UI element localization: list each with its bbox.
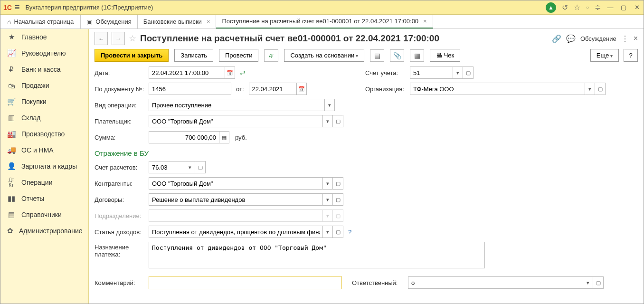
sidebar: ★Главное 📈Руководителю ₽Банк и касса 🛍Пр… [0, 29, 89, 304]
sidebar-item-label: Администрирование [19, 227, 83, 235]
nav-back-button[interactable]: ← [95, 32, 108, 45]
close-form-icon[interactable]: × [634, 34, 638, 43]
sidebar-item-admin[interactable]: ✿Администрирование [0, 223, 88, 239]
settings-icon[interactable]: ≑ [595, 3, 601, 12]
sidebar-item-purchases[interactable]: 🛒Покупки [0, 94, 88, 110]
sidebar-item-label: Склад [21, 114, 41, 122]
purpose-textarea[interactable]: Поступления от дивидендов от ООО "Торгов… [149, 242, 485, 268]
dropdown-icon[interactable]: ▾ [324, 99, 335, 111]
docnum-input[interactable] [149, 83, 231, 95]
history-icon[interactable]: ↺ [562, 3, 568, 12]
counterparty-label: Контрагенты: [95, 180, 146, 187]
dropdown-icon[interactable]: ▾ [453, 66, 463, 79]
sidebar-item-label: Зарплата и кадры [21, 162, 77, 170]
favorites-icon[interactable]: ☆ [574, 3, 580, 12]
sidebar-item-sales[interactable]: 🛍Продажи [0, 77, 88, 94]
open-icon[interactable]: ▢ [463, 66, 474, 79]
open-icon[interactable]: ▢ [333, 177, 343, 190]
open-icon[interactable]: ▢ [333, 115, 343, 127]
sum-input[interactable] [149, 131, 219, 143]
subdiv-input[interactable] [149, 209, 322, 222]
more-button[interactable]: Еще [590, 49, 619, 62]
extra-button[interactable]: ▦ [410, 49, 424, 62]
counterparty-input[interactable] [149, 177, 322, 190]
post-button[interactable]: Провести [219, 49, 259, 62]
org-input[interactable] [410, 83, 585, 95]
app-window: 1С ≡ Бухгалтерия предприятия (1С:Предпри… [0, 0, 644, 304]
sidebar-item-reports[interactable]: ▮▮Отчеты [0, 190, 88, 207]
close-button[interactable]: ✕ [633, 4, 641, 11]
sidebar-item-assets[interactable]: 🚚ОС и НМА [0, 142, 88, 158]
sidebar-item-label: Производство [21, 130, 65, 138]
tab-discussions[interactable]: ▣ Обсуждения [81, 15, 138, 28]
help-link-icon[interactable]: ? [348, 228, 351, 236]
open-icon[interactable]: ▢ [195, 161, 206, 173]
tab-bank-statements[interactable]: Банковские выписки × [138, 15, 217, 28]
sync-icon[interactable]: ⇄ [240, 69, 246, 76]
date-input[interactable] [149, 66, 225, 79]
settle-acct-input[interactable] [149, 161, 185, 173]
dropdown-icon[interactable]: ▾ [322, 193, 333, 206]
sidebar-item-manager[interactable]: 📈Руководителю [0, 45, 88, 61]
chart-up-icon: 📈 [7, 49, 16, 57]
sidebar-item-production[interactable]: 🏭Производство [0, 126, 88, 142]
doc-header: ← → ☆ Поступление на расчетный счет ве01… [95, 32, 638, 45]
hamburger-icon[interactable]: ≡ [15, 2, 20, 12]
sidebar-item-operations[interactable]: ДтКтОперации [0, 174, 88, 190]
open-icon[interactable]: ▢ [333, 226, 343, 238]
payer-input[interactable] [149, 115, 322, 127]
open-icon[interactable]: ▢ [595, 83, 606, 95]
tab-receipt-document[interactable]: Поступление на расчетный счет ве01-00000… [216, 15, 433, 28]
sidebar-item-warehouse[interactable]: ▥Склад [0, 110, 88, 126]
tab-home[interactable]: ⌂ Начальная страница [0, 15, 81, 28]
from-label: от: [236, 86, 244, 93]
factory-icon: 🏭 [7, 130, 16, 138]
kebab-icon[interactable]: ⋮ [621, 34, 629, 43]
tab-close-icon[interactable]: × [423, 18, 427, 25]
minimize-button[interactable]: — [606, 4, 614, 11]
calendar-icon[interactable]: 📅 [296, 83, 307, 95]
account-input[interactable] [410, 66, 453, 79]
nav-forward-button[interactable]: → [112, 32, 125, 45]
sidebar-item-payroll[interactable]: 👤Зарплата и кадры [0, 158, 88, 174]
tab-close-icon[interactable]: × [207, 18, 210, 25]
dtkt-button[interactable]: Дт [264, 49, 278, 62]
calculator-icon[interactable]: ▦ [219, 131, 229, 143]
open-icon[interactable]: ▢ [593, 276, 604, 289]
contract-input[interactable] [149, 193, 322, 206]
create-based-on-button[interactable]: Создать на основании [284, 49, 364, 62]
structure-button[interactable]: ▤ [370, 49, 384, 62]
attach-button[interactable]: 📎 [390, 49, 404, 62]
save-button[interactable]: Записать [174, 49, 213, 62]
sidebar-item-bank[interactable]: ₽Банк и касса [0, 61, 88, 77]
optype-input[interactable] [149, 99, 324, 111]
split-icon[interactable]: ○ [586, 5, 589, 10]
maximize-button[interactable]: ▢ [620, 4, 627, 11]
discussion-label[interactable]: Обсуждение [580, 35, 616, 42]
calendar-icon[interactable]: 📅 [225, 66, 235, 79]
docnum-date-input[interactable] [249, 83, 296, 95]
dropdown-icon[interactable]: ▾ [322, 115, 333, 127]
link-icon[interactable]: 🔗 [552, 34, 561, 43]
dropdown-icon[interactable]: ▾ [322, 209, 333, 222]
dropdown-icon[interactable]: ▾ [322, 226, 333, 238]
sidebar-item-catalogs[interactable]: ▤Справочники [0, 207, 88, 223]
open-icon[interactable]: ▢ [333, 209, 343, 222]
discussion-icon[interactable]: 💬 [566, 34, 576, 43]
comment-input[interactable] [149, 276, 341, 289]
post-and-close-button[interactable]: Провести и закрыть [95, 49, 169, 62]
favorite-star-icon[interactable]: ☆ [129, 33, 136, 44]
dropdown-icon[interactable]: ▾ [585, 83, 595, 95]
dropdown-icon[interactable]: ▾ [185, 161, 195, 173]
cheque-button[interactable]: 🖶 Чек [430, 49, 460, 62]
open-icon[interactable]: ▢ [333, 193, 343, 206]
income-input[interactable] [149, 226, 322, 238]
sidebar-item-main[interactable]: ★Главное [0, 29, 88, 45]
responsible-input[interactable] [408, 276, 583, 289]
sidebar-item-label: Покупки [21, 98, 47, 105]
dropdown-icon[interactable]: ▾ [322, 177, 333, 190]
dropdown-icon[interactable]: ▾ [583, 276, 593, 289]
help-button[interactable]: ? [624, 49, 638, 62]
gear-icon: ✿ [7, 227, 13, 235]
notifications-icon[interactable]: ▲ [546, 2, 556, 13]
